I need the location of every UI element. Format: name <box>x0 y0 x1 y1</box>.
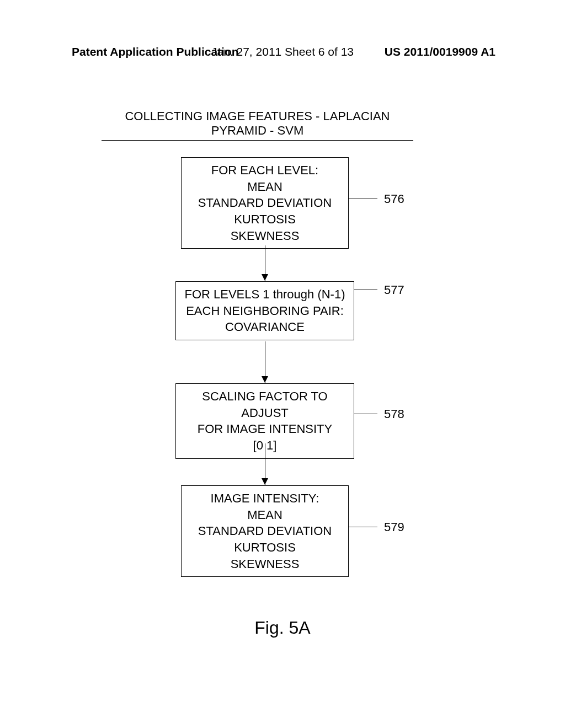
box-line: IMAGE INTENSITY: <box>189 490 340 507</box>
figure-label: Fig. 5A <box>0 618 565 638</box>
flowchart-box-576: FOR EACH LEVEL: MEAN STANDARD DEVIATION … <box>181 157 349 249</box>
page-header: Patent Application Publication Jan. 27, … <box>0 45 565 58</box>
box-line: FOR LEVELS 1 through (N-1) <box>184 286 346 303</box>
box-line: MEAN <box>189 179 340 195</box>
reference-line-icon <box>354 290 377 290</box>
flow-arrow-icon <box>265 245 265 281</box>
box-line: COVARIANCE <box>184 319 346 335</box>
box-line: SKEWNESS <box>189 228 340 244</box>
box-line: STANDARD DEVIATION <box>189 195 340 211</box>
header-date-sheet: Jan. 27, 2011 Sheet 6 of 13 <box>211 45 354 58</box>
reference-line-icon <box>349 527 377 527</box>
box-line: FOR IMAGE INTENSITY <box>184 421 346 437</box>
reference-line-icon <box>354 414 377 414</box>
box-line: SKEWNESS <box>189 556 340 572</box>
reference-line-icon <box>349 199 377 199</box>
reference-number-578: 578 <box>384 407 404 421</box>
reference-number-579: 579 <box>384 520 404 534</box>
box-line: FOR EACH LEVEL: <box>189 162 340 179</box>
box-line: KURTOSIS <box>189 539 340 556</box>
box-line: STANDARD DEVIATION <box>189 523 340 539</box>
header-pub-number: US 2011/0019909 A1 <box>385 45 495 58</box>
box-line: EACH NEIGHBORING PAIR: <box>184 303 346 319</box>
flowchart-box-577: FOR LEVELS 1 through (N-1) EACH NEIGHBOR… <box>175 281 354 340</box>
flow-arrow-icon <box>265 341 265 383</box>
reference-number-576: 576 <box>384 192 404 206</box>
flow-arrow-icon <box>265 443 265 485</box>
box-line: KURTOSIS <box>189 211 340 228</box>
flowchart-box-579: IMAGE INTENSITY: MEAN STANDARD DEVIATION… <box>181 485 349 577</box>
box-line: SCALING FACTOR TO ADJUST <box>184 388 346 421</box>
box-line: MEAN <box>189 507 340 523</box>
reference-number-577: 577 <box>384 283 404 297</box>
diagram-title: COLLECTING IMAGE FEATURES - LAPLACIAN PY… <box>102 109 413 141</box>
